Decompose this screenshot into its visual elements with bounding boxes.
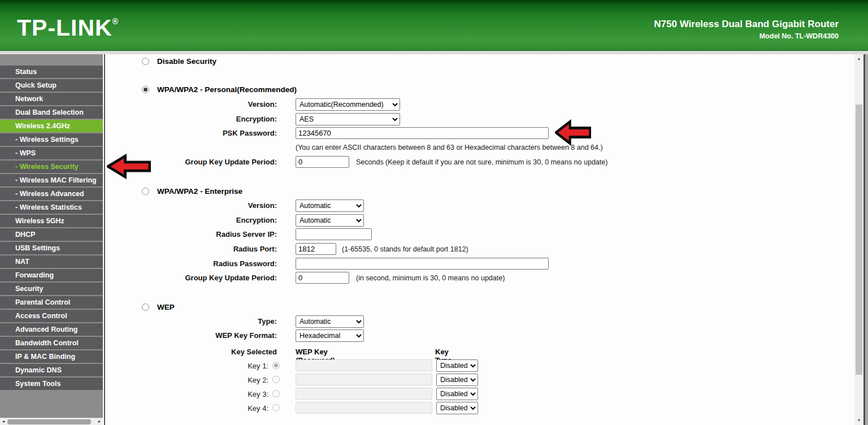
vertical-scrollbar-thumb[interactable]: [856, 105, 862, 375]
wep-radio[interactable]: [142, 303, 149, 311]
header-product-info: N750 Wireless Dual Band Gigabit Router M…: [654, 19, 839, 40]
sidebar-item-wireless-mac-filtering[interactable]: - Wireless MAC Filtering: [0, 174, 103, 187]
disable-security-option[interactable]: Disable Security: [142, 57, 216, 66]
horizontal-scrollbar-thumb[interactable]: [7, 419, 91, 424]
sidebar-item-quick-setup[interactable]: Quick Setup: [0, 79, 103, 92]
scroll-up-icon[interactable]: ▲: [854, 54, 863, 63]
ent-group-key-update-label: Group Key Update Period:: [106, 274, 277, 282]
version-select[interactable]: Automatic(Recommended): [296, 98, 400, 111]
sidebar-item-security[interactable]: Security: [0, 283, 103, 295]
radius-password-label: Radius Password:: [106, 259, 277, 268]
key4-input[interactable]: [296, 402, 432, 414]
key-selected-header: Key Selected: [106, 348, 277, 356]
wpa-enterprise-label: WPA/WPA2 - Enterprise: [157, 187, 242, 196]
key2-input[interactable]: [296, 374, 432, 385]
wireless-security-form: Disable Security WPA/WPA2 - Personal(Rec…: [106, 54, 854, 425]
sidebar-item-wps[interactable]: - WPS: [0, 147, 103, 159]
sidebar-item-advanced-routing[interactable]: Advanced Routing: [0, 323, 103, 336]
wpa-personal-radio[interactable]: [142, 86, 149, 93]
scroll-right-icon[interactable]: ►: [97, 419, 102, 423]
wpa-enterprise-radio[interactable]: [142, 188, 149, 195]
sidebar-item-wireless-security[interactable]: - Wireless Security: [0, 161, 103, 173]
radius-password-input[interactable]: [296, 258, 549, 270]
sidebar-item-wireless-24ghz[interactable]: Wireless 2.4GHz: [0, 120, 103, 132]
wep-key-format-select[interactable]: Hexadecimal: [296, 329, 364, 342]
wpa-personal-label: WPA/WPA2 - Personal(Recommended): [157, 85, 297, 94]
sidebar-item-bandwidth-control[interactable]: Bandwidth Control: [0, 337, 103, 349]
sidebar-item-dual-band-selection[interactable]: Dual Band Selection: [0, 106, 103, 119]
key3-type-select[interactable]: Disabled: [436, 388, 478, 400]
ent-group-key-update-input[interactable]: [296, 272, 349, 284]
key3-input[interactable]: [296, 388, 432, 400]
sidebar-item-usb-settings[interactable]: USB Settings: [0, 242, 103, 254]
group-key-update-input[interactable]: [296, 156, 349, 168]
key4-radio[interactable]: [272, 404, 280, 411]
sidebar-item-wireless-advanced[interactable]: - Wireless Advanced: [0, 188, 103, 200]
sidebar-item-forwarding[interactable]: Forwarding: [0, 269, 103, 281]
registered-mark: ®: [112, 17, 119, 26]
radius-port-label: Radius Port:: [106, 245, 277, 253]
radius-port-input[interactable]: [296, 243, 336, 255]
sidebar-item-wireless-statistics[interactable]: - Wireless Statistics: [0, 201, 103, 214]
sidebar-item-access-control[interactable]: Access Control: [0, 310, 103, 322]
sidebar-spacer: [0, 54, 103, 66]
disable-security-radio[interactable]: [142, 58, 149, 65]
sidebar-item-nat[interactable]: NAT: [0, 255, 103, 268]
key3-label: Key 3:: [106, 390, 268, 398]
sidebar-item-dhcp[interactable]: DHCP: [0, 228, 103, 241]
key1-radio[interactable]: [272, 362, 280, 369]
sidebar-divider: [104, 54, 105, 425]
key4-label: Key 4:: [106, 404, 268, 413]
key3-radio[interactable]: [272, 390, 280, 397]
sidebar-item-wireless-5ghz[interactable]: Wireless 5GHz: [0, 215, 103, 227]
wep-option[interactable]: WEP: [142, 302, 175, 312]
wep-key-format-label: WEP Key Format:: [106, 331, 277, 340]
tplink-logo: TP-LINK®: [17, 15, 119, 41]
encryption-select[interactable]: AES: [296, 113, 400, 125]
wpa-personal-option[interactable]: WPA/WPA2 - Personal(Recommended): [142, 85, 297, 94]
key4-type-select[interactable]: Disabled: [436, 402, 478, 414]
psk-password-label: PSK Password:: [106, 129, 277, 137]
sidebar-item-parental-control[interactable]: Parental Control: [0, 296, 103, 309]
wpa-enterprise-option[interactable]: WPA/WPA2 - Enterprise: [142, 187, 242, 196]
right-edge-strip: [865, 54, 868, 425]
radius-server-ip-input[interactable]: [296, 228, 372, 240]
wep-type-select[interactable]: Automatic: [296, 315, 364, 328]
scroll-left-icon[interactable]: ◄: [1, 419, 6, 423]
sidebar-item-wireless-settings[interactable]: - Wireless Settings: [0, 133, 103, 146]
vertical-scrollbar[interactable]: ▲ ▼: [854, 54, 863, 425]
scroll-down-icon[interactable]: ▼: [854, 416, 863, 424]
psk-password-input[interactable]: [296, 127, 549, 139]
sidebar-item-status[interactable]: Status: [0, 66, 103, 78]
router-admin-page: TP-LINK® N750 Wireless Dual Band Gigabit…: [0, 0, 868, 425]
key2-label: Key 2:: [106, 376, 268, 384]
key2-radio[interactable]: [272, 376, 280, 383]
key1-input[interactable]: [296, 359, 432, 371]
radius-port-hint: (1-65535, 0 stands for default port 1812…: [342, 245, 468, 253]
sidebar-item-system-tools[interactable]: System Tools: [0, 378, 103, 390]
ent-version-label: Version:: [106, 201, 277, 210]
ent-encryption-select[interactable]: Automatic: [296, 214, 364, 227]
disable-security-label: Disable Security: [157, 57, 216, 66]
key1-label: Key 1:: [106, 362, 268, 370]
wep-type-label: Type:: [106, 317, 277, 326]
group-key-update-hint: Seconds (Keep it default if you are not …: [356, 158, 607, 166]
sidebar-item-network[interactable]: Network: [0, 93, 103, 105]
product-title: N750 Wireless Dual Band Gigabit Router: [654, 19, 839, 30]
ent-version-select[interactable]: Automatic: [296, 200, 364, 212]
page-header: TP-LINK® N750 Wireless Dual Band Gigabit…: [0, 0, 868, 51]
wep-label: WEP: [157, 303, 175, 311]
ent-group-key-update-hint: (in second, minimum is 30, 0 means no up…: [356, 274, 505, 282]
version-label: Version:: [106, 100, 277, 109]
sidebar-item-ip-mac-binding[interactable]: IP & MAC Binding: [0, 350, 103, 363]
encryption-label: Encryption:: [106, 115, 277, 123]
sidebar-horizontal-scrollbar[interactable]: ◄ ►: [0, 418, 103, 425]
key2-type-select[interactable]: Disabled: [436, 374, 478, 386]
group-key-update-label: Group Key Update Period:: [106, 158, 277, 166]
sidebar-item-dynamic-dns[interactable]: Dynamic DNS: [0, 364, 103, 376]
sidebar-menu: Status Quick Setup Network Dual Band Sel…: [0, 54, 103, 425]
ent-encryption-label: Encryption:: [106, 216, 277, 224]
psk-password-hint: (You can enter ASCII characters between …: [296, 144, 603, 151]
radius-server-ip-label: Radius Server IP:: [106, 230, 277, 238]
key1-type-select[interactable]: Disabled: [436, 359, 478, 372]
